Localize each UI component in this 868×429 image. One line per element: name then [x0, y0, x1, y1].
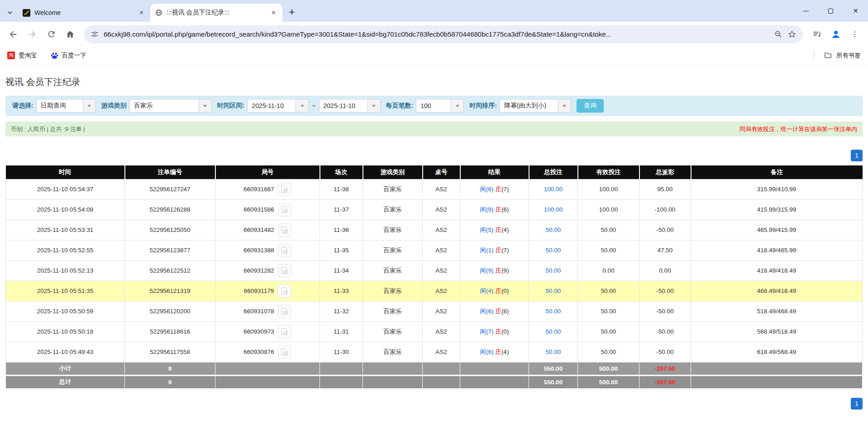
date-to-picker[interactable]: 2025-11-10	[319, 99, 381, 113]
dropdown-arrow-button[interactable]	[199, 99, 211, 112]
profile-avatar[interactable]	[827, 26, 844, 43]
search-button[interactable]: 查询	[577, 99, 604, 113]
video-replay-button[interactable]	[278, 244, 291, 257]
minimize-button[interactable]	[793, 0, 818, 22]
total-row: 总计 9 550.00 500.00 -207.50	[6, 375, 863, 388]
caret-down-icon	[372, 105, 376, 107]
cell-total-bet[interactable]: 50.00	[529, 240, 578, 260]
tab-welcome[interactable]: Welcome ✕	[18, 4, 150, 22]
zoom-icon[interactable]	[774, 30, 783, 39]
media-playlist-icon	[812, 29, 822, 39]
table-row[interactable]: 2025-11-10 05:50:18522956118616660930973…	[6, 321, 863, 342]
video-replay-button[interactable]	[278, 264, 291, 278]
video-replay-button[interactable]	[278, 325, 291, 339]
date-range-label: 时间区间:	[217, 102, 245, 110]
video-replay-button[interactable]	[278, 183, 291, 196]
cell-total-bet[interactable]: 100.00	[529, 199, 578, 220]
cell-table-no: AS2	[423, 240, 460, 260]
cell-total-bet[interactable]: 50.00	[529, 342, 578, 362]
pagination-top: 1	[5, 150, 863, 161]
back-icon	[8, 29, 18, 39]
tab-close-icon[interactable]: ✕	[137, 9, 146, 17]
address-bar[interactable]: 66cxkj98.com/ipl/portal.php/game/betreco…	[84, 25, 803, 43]
bookmark-taobao[interactable]: 淘 爱淘宝	[7, 52, 37, 60]
cell-note: 618.49/568.49	[691, 342, 863, 362]
avatar-icon	[830, 29, 841, 40]
dropdown-arrow-button[interactable]	[83, 99, 95, 112]
all-bookmarks-button[interactable]: 所有书签	[836, 52, 861, 60]
table-row[interactable]: 2025-11-10 05:50:59522956120200660931078…	[6, 301, 863, 321]
game-type-select[interactable]: 百家乐	[129, 99, 212, 113]
cell-valid-bet: 100.00	[578, 179, 639, 199]
subtotal-label: 小计	[6, 362, 125, 375]
table-header-row: 时间 注单编号 局号 场次 游戏类别 桌号 结果 总投注 有效投注 总派彩 备注	[6, 165, 863, 179]
cell-total-bet[interactable]: 50.00	[529, 321, 578, 342]
bet-table-body: 2025-11-10 05:54:37522956127247660931667…	[6, 179, 863, 362]
dropdown-arrow-button[interactable]	[296, 99, 308, 112]
per-page-value[interactable]: 100	[416, 99, 451, 112]
video-replay-button[interactable]	[278, 203, 291, 217]
forward-button[interactable]	[24, 26, 41, 43]
page-1-button[interactable]: 1	[851, 150, 863, 161]
back-button[interactable]	[5, 26, 22, 43]
cell-total-bet[interactable]: 100.00	[529, 179, 578, 199]
media-controls-button[interactable]	[808, 26, 825, 43]
cell-total-bet[interactable]: 50.00	[529, 260, 578, 281]
home-button[interactable]	[62, 26, 79, 43]
total-total-bet: 550.00	[529, 375, 578, 388]
date-to-value[interactable]: 2025-11-10	[320, 99, 367, 112]
cell-total-bet[interactable]: 50.00	[529, 281, 578, 301]
tab-close-icon[interactable]: ✕	[269, 9, 278, 17]
date-from-value[interactable]: 2025-11-10	[248, 99, 296, 112]
site-info-icon[interactable]	[91, 30, 99, 38]
welcome-favicon-icon	[23, 9, 30, 17]
cell-table-no: AS2	[423, 199, 460, 220]
sort-order-label: 时间排序:	[469, 102, 497, 110]
reload-button[interactable]	[43, 26, 60, 43]
maximize-button[interactable]	[818, 0, 843, 22]
table-row[interactable]: 2025-11-10 05:53:31522956125050660931482…	[6, 220, 863, 240]
cell-bet-id: 522956122512	[125, 260, 215, 281]
page-1-button[interactable]: 1	[851, 398, 863, 410]
video-replay-button[interactable]	[278, 223, 291, 237]
table-row[interactable]: 2025-11-10 05:54:37522956127247660931667…	[6, 179, 863, 199]
game-type-value[interactable]: 百家乐	[130, 99, 199, 112]
dropdown-arrow-button[interactable]	[451, 99, 463, 112]
subtotal-payout: -207.50	[639, 362, 691, 375]
tab-search-button[interactable]	[2, 4, 18, 22]
table-row[interactable]: 2025-11-10 05:49:43522956117558660930876…	[6, 342, 863, 362]
cell-session: 11-32	[320, 301, 363, 321]
cell-round-id: 660931282	[215, 260, 320, 281]
video-replay-button[interactable]	[278, 305, 291, 318]
new-tab-button[interactable]: +	[284, 5, 300, 20]
dropdown-arrow-button[interactable]	[367, 99, 380, 112]
bookmark-label: 百度一下	[62, 52, 86, 60]
table-row[interactable]: 2025-11-10 05:52:55522956123877660931388…	[6, 240, 863, 260]
browser-menu-button[interactable]	[846, 26, 863, 43]
cell-result: 闲(6) 庄(8)	[460, 301, 529, 321]
table-row-highlighted[interactable]: 2025-11-10 05:51:35522956121319660931179…	[6, 281, 863, 301]
query-type-value[interactable]: 日期查询	[37, 99, 83, 112]
table-row[interactable]: 2025-11-10 05:52:13522956122512660931282…	[6, 260, 863, 281]
cell-total-bet[interactable]: 50.00	[529, 301, 578, 321]
cell-table-no: AS2	[423, 301, 460, 321]
cell-time: 2025-11-10 05:54:08	[6, 199, 125, 220]
header-bet-id: 注单编号	[125, 165, 215, 179]
tab-betrecord[interactable]: :::视讯 会员下注纪录::: ✕	[150, 4, 282, 22]
url-text[interactable]: 66cxkj98.com/ipl/portal.php/game/betreco…	[104, 30, 769, 38]
date-from-picker[interactable]: 2025-11-10	[247, 99, 309, 113]
cell-total-bet[interactable]: 50.00	[529, 220, 578, 240]
bookmark-baidu[interactable]: 百度一下	[51, 52, 86, 60]
per-page-select[interactable]: 100	[416, 99, 464, 113]
video-replay-button[interactable]	[278, 345, 291, 359]
sort-order-value[interactable]: 降幂(由大到小)	[500, 99, 558, 112]
cell-note: 418.49/465.99	[691, 240, 863, 260]
bookmark-star-icon[interactable]	[787, 30, 796, 39]
cell-table-no: AS2	[423, 260, 460, 281]
video-replay-button[interactable]	[277, 284, 291, 298]
sort-order-select[interactable]: 降幂(由大到小)	[500, 99, 571, 113]
close-window-button[interactable]: ✕	[843, 0, 868, 22]
dropdown-arrow-button[interactable]	[558, 99, 571, 112]
table-row[interactable]: 2025-11-10 05:54:08522956126288660931586…	[6, 199, 863, 220]
query-type-select[interactable]: 日期查询	[36, 99, 96, 113]
